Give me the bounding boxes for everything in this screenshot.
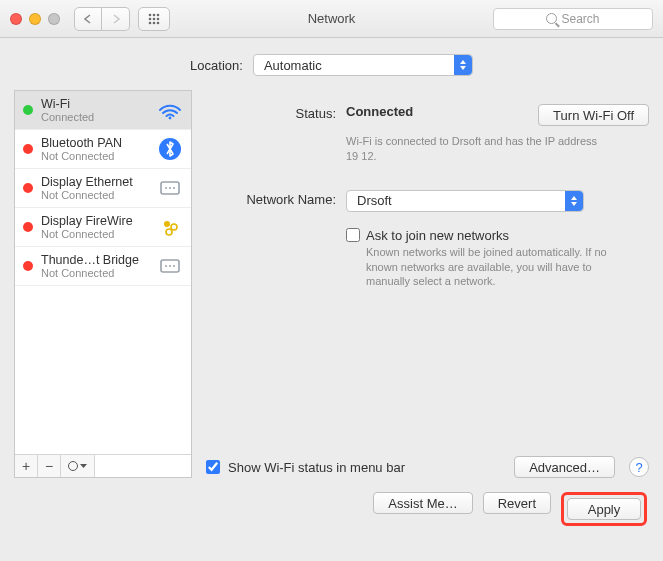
forward-button[interactable] [102, 7, 130, 31]
interface-sidebar: Wi-Fi Connected Bluetooth PAN Not Connec… [14, 90, 192, 478]
svg-point-4 [153, 17, 156, 20]
svg-point-14 [166, 229, 172, 235]
network-name-label: Network Name: [206, 190, 336, 212]
wifi-icon [157, 97, 183, 123]
nav-group [74, 7, 130, 31]
sidebar-footer: + − [15, 454, 191, 477]
sidebar-item-label: Bluetooth PAN [41, 136, 149, 150]
grid-icon [147, 12, 161, 26]
show-all-button[interactable] [138, 7, 170, 31]
add-interface-button[interactable]: + [15, 455, 38, 477]
status-label: Status: [206, 104, 336, 126]
chevron-down-icon [80, 464, 87, 469]
svg-point-9 [169, 117, 172, 120]
apply-button[interactable]: Apply [567, 498, 641, 520]
sidebar-item-display-firewire[interactable]: Display FireWire Not Connected [15, 208, 191, 247]
zoom-icon[interactable] [48, 13, 60, 25]
status-dot-icon [23, 261, 33, 271]
ask-join-checkbox[interactable] [346, 228, 360, 242]
network-name-value: Drsoft [357, 193, 392, 208]
updown-icon [565, 191, 583, 211]
remove-interface-button[interactable]: − [38, 455, 61, 477]
search-placeholder: Search [561, 12, 599, 26]
gear-icon [68, 461, 78, 471]
sidebar-item-sub: Not Connected [41, 189, 149, 201]
ask-join-subtext: Known networks will be joined automatica… [366, 245, 626, 290]
back-button[interactable] [74, 7, 102, 31]
sidebar-item-sub: Connected [41, 111, 149, 123]
status-dot-icon [23, 144, 33, 154]
svg-point-8 [157, 21, 160, 24]
ethernet-icon [157, 175, 183, 201]
svg-point-1 [153, 13, 156, 16]
svg-point-5 [157, 17, 160, 20]
updown-icon [454, 55, 472, 75]
assist-me-button[interactable]: Assist Me… [373, 492, 472, 514]
sidebar-item-sub: Not Connected [41, 150, 149, 162]
status-dot-icon [23, 105, 33, 115]
detail-pane: Status: Connected Turn Wi-Fi Off Wi-Fi i… [206, 90, 649, 478]
svg-point-13 [171, 224, 177, 230]
close-icon[interactable] [10, 13, 22, 25]
ethernet-icon [157, 253, 183, 279]
sidebar-item-label: Wi-Fi [41, 97, 149, 111]
show-status-checkbox[interactable] [206, 460, 220, 474]
minimize-icon[interactable] [29, 13, 41, 25]
svg-point-0 [149, 13, 152, 16]
network-name-popup[interactable]: Drsoft [346, 190, 584, 212]
location-value: Automatic [264, 58, 322, 73]
footer-buttons: Assist Me… Revert Apply [0, 478, 663, 526]
sidebar-item-label: Display FireWire [41, 214, 149, 228]
location-row: Location: Automatic [0, 38, 663, 90]
status-dot-icon [23, 183, 33, 193]
sidebar-item-sub: Not Connected [41, 267, 149, 279]
svg-point-12 [164, 221, 170, 227]
search-icon [546, 13, 557, 24]
sidebar-item-sub: Not Connected [41, 228, 149, 240]
svg-point-6 [149, 21, 152, 24]
search-input[interactable]: Search [493, 8, 653, 30]
advanced-button[interactable]: Advanced… [514, 456, 615, 478]
turn-wifi-off-button[interactable]: Turn Wi-Fi Off [538, 104, 649, 126]
sidebar-item-thunderbolt-bridge[interactable]: Thunde…t Bridge Not Connected [15, 247, 191, 286]
interface-actions-button[interactable] [61, 455, 95, 477]
svg-point-3 [149, 17, 152, 20]
svg-point-7 [153, 21, 156, 24]
revert-button[interactable]: Revert [483, 492, 551, 514]
sidebar-item-label: Display Ethernet [41, 175, 149, 189]
location-popup[interactable]: Automatic [253, 54, 473, 76]
main-area: Wi-Fi Connected Bluetooth PAN Not Connec… [0, 90, 663, 478]
help-button[interactable]: ? [629, 457, 649, 477]
sidebar-item-label: Thunde…t Bridge [41, 253, 149, 267]
window-controls [10, 13, 60, 25]
svg-point-2 [157, 13, 160, 16]
bluetooth-icon [157, 136, 183, 162]
show-status-label: Show Wi-Fi status in menu bar [228, 460, 506, 475]
sidebar-item-bluetooth[interactable]: Bluetooth PAN Not Connected [15, 130, 191, 169]
status-value: Connected [346, 104, 520, 119]
apply-highlight: Apply [561, 492, 647, 526]
location-label: Location: [190, 58, 243, 73]
firewire-icon [157, 214, 183, 240]
sidebar-item-display-ethernet[interactable]: Display Ethernet Not Connected [15, 169, 191, 208]
status-subtext: Wi-Fi is connected to Drsoft and has the… [346, 134, 606, 164]
sidebar-item-wifi[interactable]: Wi-Fi Connected [15, 91, 191, 130]
status-dot-icon [23, 222, 33, 232]
ask-join-label: Ask to join new networks [366, 228, 626, 243]
titlebar: Network Search [0, 0, 663, 38]
